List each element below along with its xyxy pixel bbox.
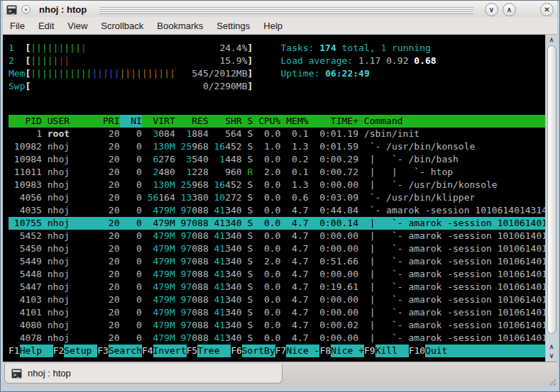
process-row-11011[interactable]: 11011nhoj20024801228960R2.00.10:00.72 | …	[9, 166, 545, 179]
close-button[interactable]: ✕	[540, 3, 554, 16]
column-header-time[interactable]: TIME+	[309, 115, 358, 128]
column-header-virt[interactable]: VIRT	[142, 115, 175, 128]
fkey-bar-filler	[447, 345, 545, 357]
load-average: Load average: 1.17 0.92 0.68	[281, 55, 437, 67]
uptime: Uptime: 06:22:49	[281, 67, 437, 80]
menu-item-settings[interactable]: Settings	[216, 21, 250, 31]
process-row-5447[interactable]: 5447nhoj200479M9708841340S0.04.70:19.61 …	[9, 281, 545, 293]
process-row-4078[interactable]: 4078nhoj200479M9708841340S0.04.70:00.00 …	[9, 332, 545, 345]
process-row-1[interactable]: 1root20030841884564S0.00.10:01.19/sbin/i…	[9, 128, 545, 140]
process-row-4103[interactable]: 4103nhoj200479M9708841340S0.04.70:00.00 …	[9, 293, 545, 306]
process-row-4035[interactable]: 4035nhoj200479M9708841340S0.04.70:44.84 …	[9, 204, 545, 217]
fkey-f2-setup[interactable]: F2Setup	[53, 345, 98, 357]
fkey-f4-invert[interactable]: F4Invert	[142, 345, 187, 357]
scroll-up-icon[interactable]: ∧	[547, 35, 557, 45]
menu-item-view[interactable]: View	[67, 21, 87, 31]
column-header-res[interactable]: RES	[175, 115, 209, 128]
process-table: 1root20030841884564S0.00.10:01.19/sbin/i…	[9, 128, 545, 345]
menu-item-help[interactable]: Help	[263, 21, 282, 31]
fkey-f8-nice+[interactable]: F8Nice +	[319, 345, 364, 357]
menu-bar: FileEditViewScrollbackBookmarksSettingsH…	[3, 17, 557, 35]
scroll-up-icon-bottom[interactable]: ∧	[547, 342, 557, 352]
scroll-thumb[interactable]	[547, 45, 556, 334]
process-row-5452[interactable]: 5452nhoj200479M9708841340S0.04.70:00.00 …	[9, 230, 545, 242]
menu-item-file[interactable]: File	[10, 21, 25, 31]
process-row-4101[interactable]: 4101nhoj200479M9708841340S0.04.70:00.00 …	[9, 306, 545, 319]
process-row-5449[interactable]: 5449nhoj200479M9708841340S2.04.70:51.66 …	[9, 255, 545, 268]
column-header-command[interactable]: Command	[358, 115, 545, 128]
fkey-f10-quit[interactable]: F10Quit	[409, 345, 448, 357]
maximize-button[interactable]: ∧	[503, 3, 516, 16]
process-row-4080[interactable]: 4080nhoj200479M9708841340S0.04.70:00.02 …	[9, 319, 545, 332]
tab-bar: nhoj : htop	[3, 362, 557, 386]
konsole-window: nhoj : htop ∨ ∧ ✕ FileEditViewScrollback…	[0, 0, 560, 392]
fkey-f9-kill[interactable]: F9Kill	[364, 345, 409, 357]
menu-item-bookmarks[interactable]: Bookmarks	[157, 21, 203, 31]
titlebar-stripes	[99, 7, 473, 14]
scrollbar[interactable]: ∧ ∧ ∨	[545, 35, 557, 362]
fkey-f6-sortby[interactable]: F6SortBy	[231, 345, 275, 357]
function-key-bar: F1Help F2Setup F3SearchF4InvertF5Tree F6…	[9, 345, 545, 357]
konsole-app-icon	[6, 5, 17, 15]
tasks-summary: Tasks: 174 total, 1 running	[281, 42, 437, 55]
minimize-button[interactable]: ∨	[485, 3, 498, 16]
column-header-user[interactable]: USER	[42, 115, 97, 128]
meter-1: 1[||||||||||24.4%]	[9, 42, 281, 55]
titlebar: nhoj : htop ∨ ∧ ✕	[3, 1, 557, 17]
meter-swp: Swp[0/2290MB]	[9, 80, 281, 93]
process-row-4056[interactable]: 4056nhoj200561641338010272S0.00.60:03.09…	[9, 191, 545, 204]
htop-screen: 1[||||||||||24.4%]2[|||||||15.9%]Mem[|||…	[3, 35, 545, 362]
meter-2: 2[|||||||15.9%]	[9, 55, 281, 67]
column-header-pri[interactable]: PRI	[97, 115, 119, 128]
process-row-10983[interactable]: 10983nhoj200130M2596816452S0.01.30:00.00…	[9, 179, 545, 191]
process-table-header: PIDUSERPRINIVIRTRESSHRSCPU%MEM%TIME+Comm…	[9, 115, 545, 128]
htop-header-area: 1[||||||||||24.4%]2[|||||||15.9%]Mem[|||…	[9, 42, 545, 93]
process-row-5450[interactable]: 5450nhoj200479M9708841340S0.04.70:00.00 …	[9, 242, 545, 255]
tab-konsole-icon	[11, 369, 22, 379]
meter-mem: Mem[||||||||||||||||||||||||||545/2012MB…	[9, 67, 281, 80]
tasks-load-uptime: Tasks: 174 total, 1 runningLoad average:…	[281, 42, 437, 93]
column-header-shr[interactable]: SHR	[209, 115, 242, 128]
pin-button[interactable]	[21, 5, 31, 14]
process-row-5448[interactable]: 5448nhoj200479M9708841340S0.04.70:00.00 …	[9, 268, 545, 281]
terminal: 1[||||||||||24.4%]2[|||||||15.9%]Mem[|||…	[3, 35, 557, 362]
fkey-f1-help[interactable]: F1Help	[9, 345, 53, 357]
column-header-mem[interactable]: MEM%	[280, 115, 308, 128]
column-header-s[interactable]: S	[242, 115, 253, 128]
process-row-10755[interactable]: 10755nhoj200479M9708841340S0.04.70:00.14…	[9, 217, 545, 230]
process-row-10982[interactable]: 10982nhoj200130M2596816452S1.01.30:01.59…	[9, 140, 545, 153]
scroll-down-icon[interactable]: ∨	[547, 352, 557, 361]
column-header-pid[interactable]: PID	[9, 115, 42, 128]
tab-nhoj-htop[interactable]: nhoj : htop	[4, 363, 282, 383]
fkey-f3-search[interactable]: F3Search	[97, 345, 142, 357]
menu-item-edit[interactable]: Edit	[38, 21, 54, 31]
spacer	[9, 93, 545, 115]
menu-item-scrollback[interactable]: Scrollback	[101, 21, 143, 31]
fkey-f7-nice-[interactable]: F7Nice -	[275, 345, 320, 357]
window-title: nhoj : htop	[39, 4, 87, 15]
tab-label: nhoj : htop	[28, 368, 71, 379]
fkey-f5-tree[interactable]: F5Tree	[187, 345, 231, 357]
cpu-mem-meters: 1[||||||||||24.4%]2[|||||||15.9%]Mem[|||…	[9, 42, 281, 93]
column-header-cpu[interactable]: CPU%	[253, 115, 280, 128]
process-row-10984[interactable]: 10984nhoj200627635401448S0.00.20:00.29 |…	[9, 153, 545, 166]
column-header-ni[interactable]: NI	[120, 115, 142, 128]
resize-grip[interactable]	[547, 377, 556, 386]
